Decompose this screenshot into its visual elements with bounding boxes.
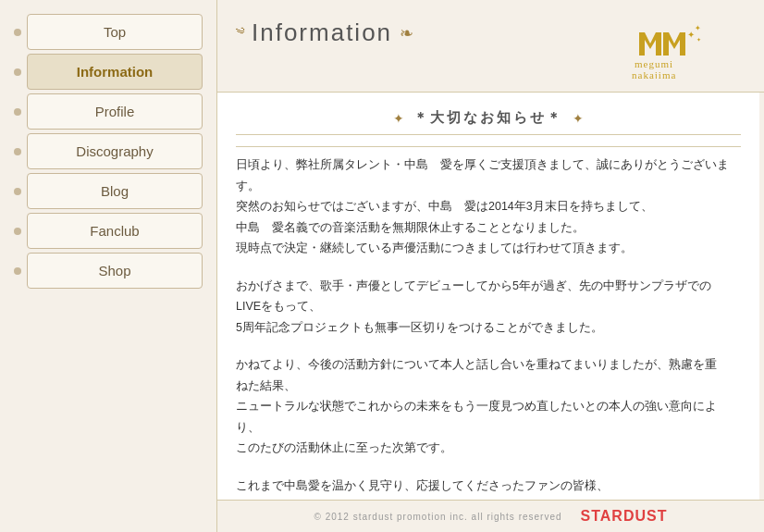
bullet-icon [14, 108, 21, 116]
sidebar-item-shop[interactable]: Shop [14, 253, 203, 289]
footer: © 2012 stardust promotion inc. all right… [217, 500, 764, 532]
svg-text:✦: ✦ [687, 30, 695, 40]
footer-copyright: © 2012 stardust promotion inc. all right… [314, 512, 562, 522]
page-title-area: ༄ Information ❧ [236, 9, 413, 47]
notice-header: ✦ ＊大切なお知らせ＊ ✦ [236, 102, 741, 135]
top-nav-button[interactable]: Top [27, 14, 203, 50]
page-title: Information [252, 19, 392, 47]
bullet-icon [14, 188, 21, 195]
sidebar-item-top[interactable]: Top [14, 14, 203, 50]
content-paragraph-2: おかげさまで、歌手・声優としてデビューしてから5年が過ぎ、先の中野サンプラザでの… [236, 276, 741, 339]
information-nav-button[interactable]: Information [27, 54, 203, 90]
sidebar-item-profile[interactable]: Profile [14, 93, 203, 130]
svg-text:✦: ✦ [695, 24, 701, 32]
svg-text:✦: ✦ [696, 37, 701, 43]
sidebar: Top Information Profile Discography Blog… [0, 0, 217, 532]
content-paragraph-3: かねてより、今後の活動方針について本人と話し合いを重ねてまいりましたが、熟慮を重… [236, 354, 741, 459]
svg-text:megumi: megumi [635, 58, 673, 69]
profile-nav-button[interactable]: Profile [27, 93, 203, 130]
content-area: ༄ Information ❧ ✦ ✦ ✦ [217, 0, 764, 532]
bullet-icon [14, 29, 21, 36]
ornament-left-icon: ༄ [236, 23, 244, 43]
logo-area: ✦ ✦ ✦ megumi nakajima [625, 9, 746, 87]
bullet-icon [14, 68, 21, 76]
sidebar-item-information[interactable]: Information [14, 54, 203, 90]
bullet-icon [14, 228, 21, 235]
content-header: ༄ Information ❧ ✦ ✦ ✦ [217, 0, 764, 93]
discography-nav-button[interactable]: Discography [27, 133, 203, 169]
blog-nav-button[interactable]: Blog [27, 173, 203, 209]
footer-logo: STARDUST [581, 508, 668, 525]
content-body[interactable]: ✦ ＊大切なお知らせ＊ ✦ 日頃より、弊社所属タレント・中島 愛を厚くご支援頂き… [217, 93, 759, 500]
sidebar-item-fanclub[interactable]: Fanclub [14, 213, 203, 249]
sidebar-nav: Top Information Profile Discography Blog… [0, 5, 216, 302]
content-divider [236, 146, 741, 147]
notice-title: ＊大切なお知らせ＊ [413, 109, 563, 127]
content-paragraph-1: 日頃より、弊社所属タレント・中島 愛を厚くご支援頂きまして、誠にありがとうござい… [236, 155, 741, 259]
stardust-text: STARDUST [581, 508, 668, 524]
notice-ornament-right: ✦ [573, 111, 584, 126]
sidebar-item-discography[interactable]: Discography [14, 133, 203, 169]
sidebar-item-blog[interactable]: Blog [14, 173, 203, 209]
bullet-icon [14, 148, 21, 155]
bullet-icon [14, 267, 21, 275]
svg-text:nakajima: nakajima [632, 69, 676, 79]
fanclub-nav-button[interactable]: Fanclub [27, 213, 203, 249]
content-paragraph-4: これまで中島愛を温かく見守り、応援してくださったファンの皆様、 そして関係各位の… [236, 476, 741, 501]
notice-ornament-left: ✦ [393, 111, 404, 126]
megumi-nakajima-logo: ✦ ✦ ✦ megumi nakajima [630, 14, 741, 79]
shop-nav-button[interactable]: Shop [27, 253, 203, 289]
ornament-right-icon: ❧ [400, 23, 413, 43]
